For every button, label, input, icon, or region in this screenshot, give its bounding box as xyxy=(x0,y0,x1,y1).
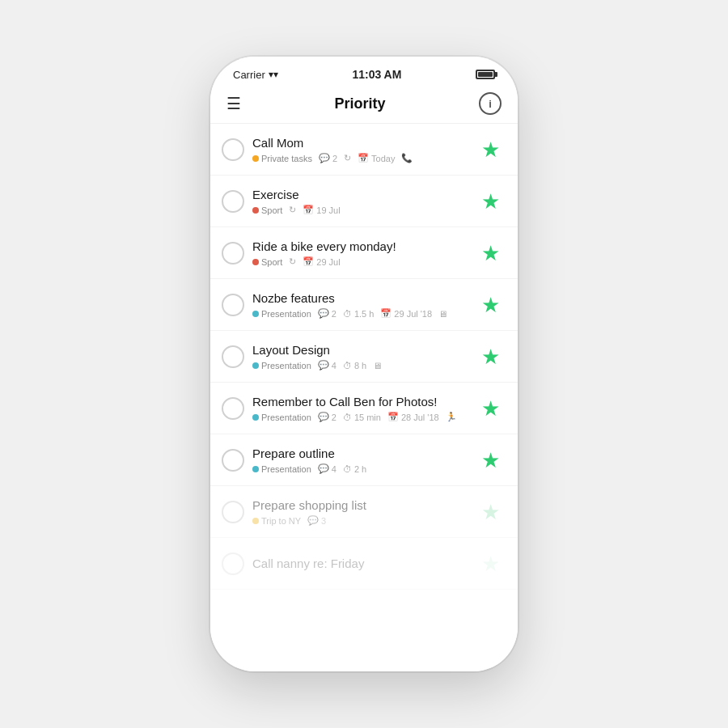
meta-value: 4 xyxy=(332,464,336,474)
meta-dot xyxy=(252,155,259,162)
task-item: Ride a bike every monday!Sport↻📅29 Jul★ xyxy=(210,227,518,279)
star-button[interactable]: ★ xyxy=(476,290,505,320)
task-checkbox[interactable] xyxy=(222,552,244,575)
task-checkbox[interactable] xyxy=(222,138,244,161)
meta-dot xyxy=(252,311,259,317)
phone-frame: Carrier ▾▾ 11:03 AM ☰ Priority i Call Mo… xyxy=(210,57,518,671)
meta-icon: 📅 xyxy=(387,412,399,422)
meta-icon: 📅 xyxy=(380,308,392,319)
task-item: Remember to Call Ben for Photos!Presenta… xyxy=(210,383,518,434)
meta-icon: 📅 xyxy=(303,256,314,267)
meta-icon: ↻ xyxy=(289,205,296,215)
meta-dot xyxy=(252,518,259,524)
meta-icon: 🖥 xyxy=(373,361,382,370)
star-icon: ★ xyxy=(481,450,500,471)
star-button[interactable]: ★ xyxy=(476,239,505,268)
meta-value: 15 min xyxy=(354,413,381,422)
task-item: Call nanny re: Friday★ xyxy=(210,538,518,590)
meta-tag: Presentation xyxy=(252,309,311,319)
meta-label: Presentation xyxy=(261,361,311,370)
task-content: Nozbe featuresPresentation💬2⏱1.5 h📅29 Ju… xyxy=(252,290,468,320)
star-icon: ★ xyxy=(481,502,500,523)
task-content: Prepare shopping listTrip to NY💬3 xyxy=(252,497,468,527)
meta-value: Today xyxy=(371,154,395,163)
task-title: Call nanny re: Friday xyxy=(252,556,468,572)
task-checkbox[interactable] xyxy=(222,501,244,523)
task-checkbox[interactable] xyxy=(222,242,244,265)
meta-value: 19 Jul xyxy=(316,205,340,215)
meta-icon: 📞 xyxy=(401,153,413,163)
meta-icon-item: 📅Today xyxy=(358,153,395,163)
meta-label: Sport xyxy=(261,205,282,215)
meta-icon: 💬 xyxy=(318,308,329,319)
meta-icon-item: 🖥 xyxy=(373,361,382,370)
meta-icon-item: 🏃 xyxy=(446,412,457,422)
meta-icon: 💬 xyxy=(307,515,319,526)
task-item: Nozbe featuresPresentation💬2⏱1.5 h📅29 Ju… xyxy=(210,279,518,331)
meta-tag: Private tasks xyxy=(252,154,312,163)
task-checkbox[interactable] xyxy=(222,345,244,368)
task-title: Layout Design xyxy=(252,342,468,358)
wifi-icon: ▾▾ xyxy=(269,69,278,80)
task-content: Ride a bike every monday!Sport↻📅29 Jul xyxy=(252,239,468,268)
meta-value: 1.5 h xyxy=(354,309,374,319)
meta-tag: Sport xyxy=(252,205,282,215)
meta-dot xyxy=(252,414,259,421)
task-checkbox[interactable] xyxy=(222,190,244,213)
star-icon: ★ xyxy=(481,398,500,419)
star-button[interactable]: ★ xyxy=(476,497,505,527)
meta-icon: 🖥 xyxy=(438,309,447,319)
star-button[interactable]: ★ xyxy=(476,135,505,164)
meta-icon-item: 💬2 xyxy=(318,412,336,422)
task-checkbox[interactable] xyxy=(222,449,244,472)
meta-value: 8 h xyxy=(354,361,366,370)
star-icon: ★ xyxy=(481,243,500,264)
task-meta: Private tasks💬2↻📅Today📞 xyxy=(252,153,468,163)
meta-icon: 📅 xyxy=(358,153,369,163)
task-checkbox[interactable] xyxy=(222,294,244,316)
task-content: Call MomPrivate tasks💬2↻📅Today📞 xyxy=(252,135,468,164)
battery-indicator xyxy=(476,70,495,79)
meta-icon-item: ↻ xyxy=(344,153,351,163)
carrier-label: Carrier xyxy=(233,69,265,81)
star-button[interactable]: ★ xyxy=(476,187,505,216)
meta-icon: 💬 xyxy=(318,463,329,474)
meta-dot xyxy=(252,259,259,265)
status-bar: Carrier ▾▾ 11:03 AM xyxy=(210,57,518,86)
star-icon: ★ xyxy=(481,346,500,367)
meta-label: Private tasks xyxy=(261,154,312,163)
meta-icon-item: 📞 xyxy=(401,153,413,163)
task-meta: Sport↻📅29 Jul xyxy=(252,256,468,267)
meta-icon-item: ↻ xyxy=(289,205,296,215)
meta-label: Presentation xyxy=(261,413,311,422)
task-list: Call MomPrivate tasks💬2↻📅Today📞★Exercise… xyxy=(210,124,518,671)
meta-label: Presentation xyxy=(261,309,311,319)
meta-value: 2 xyxy=(332,413,336,422)
meta-value: 29 Jul xyxy=(316,257,340,267)
meta-icon: ⏱ xyxy=(343,361,352,370)
task-checkbox[interactable] xyxy=(222,397,244,420)
star-button[interactable]: ★ xyxy=(476,549,505,578)
menu-button[interactable]: ☰ xyxy=(226,95,241,112)
task-item: Prepare outlinePresentation💬4⏱2 h★ xyxy=(210,434,518,486)
task-title: Prepare outline xyxy=(252,446,468,462)
meta-dot xyxy=(252,466,259,472)
task-meta: Sport↻📅19 Jul xyxy=(252,205,468,215)
task-title: Prepare shopping list xyxy=(252,497,468,514)
info-button[interactable]: i xyxy=(479,92,502,115)
meta-value: 3 xyxy=(321,516,326,526)
meta-icon: 💬 xyxy=(318,412,329,422)
task-item: Call MomPrivate tasks💬2↻📅Today📞★ xyxy=(210,124,518,176)
star-button[interactable]: ★ xyxy=(476,342,505,371)
meta-icon: 💬 xyxy=(319,153,330,163)
star-button[interactable]: ★ xyxy=(476,394,505,423)
star-button[interactable]: ★ xyxy=(476,446,505,475)
task-item: Prepare shopping listTrip to NY💬3★ xyxy=(210,486,518,538)
meta-tag: Trip to NY xyxy=(252,516,301,526)
meta-value: 4 xyxy=(332,361,336,370)
meta-icon-item: 💬2 xyxy=(319,153,337,163)
task-content: ExerciseSport↻📅19 Jul xyxy=(252,187,468,216)
star-icon: ★ xyxy=(481,139,500,160)
meta-icon-item: ⏱2 h xyxy=(343,464,366,474)
meta-icon-item: 💬3 xyxy=(307,515,326,526)
